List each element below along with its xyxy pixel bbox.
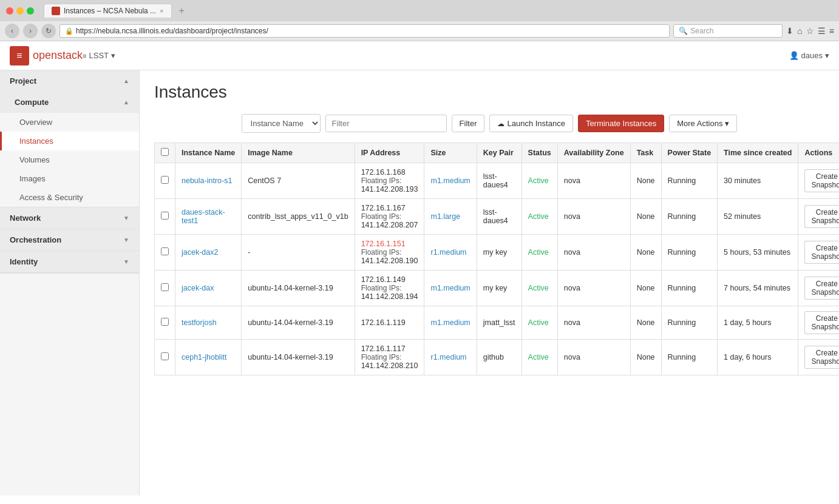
cell-ip-address: 172.16.1.117Floating IPs:141.142.208.210 [355, 340, 424, 375]
cell-az: nova [557, 340, 630, 375]
top-nav: ≡ openstack ≡ LSST ▾ 👤 daues ▾ [0, 41, 839, 70]
create-snapshot-button[interactable]: Create Snapshot [804, 169, 839, 192]
user-name: daues [801, 51, 823, 60]
menu-icon[interactable]: ≡ [829, 26, 834, 36]
filter-button[interactable]: Filter [452, 115, 485, 132]
create-snapshot-button[interactable]: Create Snapshot [804, 311, 839, 334]
size-link[interactable]: m1.large [430, 212, 460, 221]
sidebar-item-access-security[interactable]: Access & Security [0, 188, 139, 207]
home-icon[interactable]: ⌂ [797, 26, 802, 36]
cell-instance-name: daues-stack-test1 [175, 199, 242, 235]
ip-address: 172.16.1.117 [361, 344, 406, 353]
tab-favicon [52, 7, 60, 15]
maximize-dot[interactable] [27, 7, 34, 15]
instance-link[interactable]: testforjosh [182, 318, 217, 327]
size-link[interactable]: r1.medium [430, 353, 466, 361]
new-tab-button[interactable]: + [179, 5, 185, 16]
instance-link[interactable]: jacek-dax [182, 284, 214, 292]
launch-instance-button[interactable]: ☁ Launch Instance [489, 115, 572, 132]
cell-az: nova [557, 270, 630, 306]
main-area: Project ▲ Compute ▲ Overview Instances [0, 70, 839, 496]
instance-link[interactable]: daues-stack-test1 [182, 208, 225, 225]
filter-type-select[interactable]: Instance Name [242, 115, 320, 132]
browser-search[interactable]: 🔍 Search [673, 24, 783, 38]
row-checkbox-cell[interactable] [155, 306, 175, 340]
create-snapshot-button[interactable]: Create Snapshot [804, 241, 839, 264]
sidebar-item-overview[interactable]: Overview [0, 113, 139, 132]
size-link[interactable]: m1.medium [430, 284, 470, 292]
cell-key-pair: lsst-daues4 [477, 199, 521, 235]
sidebar-header-compute[interactable]: Compute ▲ [0, 92, 139, 113]
sidebar-header-identity[interactable]: Identity ▼ [0, 251, 139, 272]
row-checkbox[interactable] [161, 283, 169, 291]
col-availability-zone: Availability Zone [557, 143, 630, 163]
sidebar-header-network[interactable]: Network ▼ [0, 207, 139, 229]
cell-ip-address: 172.16.1.151Floating IPs:141.142.208.190 [355, 235, 424, 270]
filter-select-wrapper[interactable]: Instance Name [242, 114, 321, 133]
floating-ip-value: 141.142.208.194 [361, 292, 418, 301]
sidebar-header-orchestration[interactable]: Orchestration ▼ [0, 229, 139, 250]
sidebar-header-project[interactable]: Project ▲ [0, 70, 139, 92]
row-checkbox-cell[interactable] [155, 270, 175, 306]
row-checkbox[interactable] [161, 352, 169, 360]
history-icon[interactable]: ☰ [818, 26, 826, 36]
status-badge: Active [528, 212, 549, 221]
content-area: Instances Instance Name Filter ☁ Launch … [140, 70, 839, 496]
browser-tab[interactable]: Instances – NCSA Nebula ... × [44, 4, 172, 18]
minimize-dot[interactable] [16, 7, 24, 15]
cell-power-state: Running [661, 270, 718, 306]
floating-ip-label: Floating IPs: [361, 248, 402, 257]
close-dot[interactable] [6, 7, 13, 15]
status-badge: Active [528, 318, 549, 327]
status-badge: Active [528, 176, 549, 185]
row-checkbox[interactable] [161, 247, 169, 255]
user-menu[interactable]: 👤 daues ▾ [789, 51, 829, 60]
window-controls [6, 7, 34, 15]
size-link[interactable]: m1.medium [430, 318, 470, 327]
bookmark-icon[interactable]: ☆ [806, 26, 814, 36]
ip-address: 172.16.1.151 [361, 240, 406, 248]
project-selector[interactable]: ≡ LSST ▾ [83, 51, 115, 60]
cell-actions: Create Snapshot ▾ [798, 306, 839, 340]
terminate-instances-button[interactable]: Terminate Instances [578, 115, 664, 132]
back-button[interactable]: ‹ [5, 24, 19, 38]
row-checkbox-cell[interactable] [155, 340, 175, 375]
page-title: Instances [154, 82, 824, 102]
more-actions-button[interactable]: More Actions ▾ [669, 115, 737, 132]
select-all-header[interactable] [155, 143, 175, 163]
row-checkbox-cell[interactable] [155, 235, 175, 270]
row-checkbox[interactable] [161, 176, 169, 184]
refresh-button[interactable]: ↻ [41, 24, 56, 38]
tab-close-button[interactable]: × [160, 7, 163, 15]
forward-button[interactable]: › [23, 24, 38, 38]
table-row: testforjoshubuntu-14.04-kernel-3.19172.1… [155, 306, 840, 340]
sidebar-orchestration-arrow: ▼ [123, 237, 129, 243]
url-bar[interactable]: 🔒 https://nebula.ncsa.illinois.edu/dashb… [59, 24, 670, 38]
sidebar-item-volumes[interactable]: Volumes [0, 150, 139, 169]
size-link[interactable]: m1.medium [430, 176, 470, 185]
create-snapshot-button[interactable]: Create Snapshot [804, 205, 839, 228]
cell-task: None [630, 270, 661, 306]
col-ip-address: IP Address [355, 143, 424, 163]
filter-input[interactable] [325, 115, 447, 132]
row-checkbox-cell[interactable] [155, 163, 175, 199]
search-icon: 🔍 [679, 27, 688, 35]
row-checkbox[interactable] [161, 318, 169, 326]
size-link[interactable]: r1.medium [430, 248, 466, 257]
cell-size: m1.medium [424, 306, 477, 340]
download-icon[interactable]: ⬇ [786, 26, 793, 36]
cell-key-pair: lsst-daues4 [477, 163, 521, 199]
row-checkbox-cell[interactable] [155, 199, 175, 235]
instance-link[interactable]: nebula-intro-s1 [182, 176, 232, 185]
col-key-pair: Key Pair [477, 143, 521, 163]
create-snapshot-button[interactable]: Create Snapshot [804, 346, 839, 369]
create-snapshot-button[interactable]: Create Snapshot [804, 277, 839, 300]
sidebar-item-instances[interactable]: Instances [0, 132, 139, 150]
cell-ip-address: 172.16.1.149Floating IPs:141.142.208.194 [355, 270, 424, 306]
row-checkbox[interactable] [161, 212, 169, 220]
sidebar-item-images[interactable]: Images [0, 169, 139, 188]
sidebar-identity-label: Identity [10, 257, 38, 266]
instance-link[interactable]: jacek-dax2 [182, 248, 218, 257]
instance-link[interactable]: ceph1-jhoblitt [182, 353, 226, 361]
select-all-checkbox[interactable] [161, 148, 169, 156]
